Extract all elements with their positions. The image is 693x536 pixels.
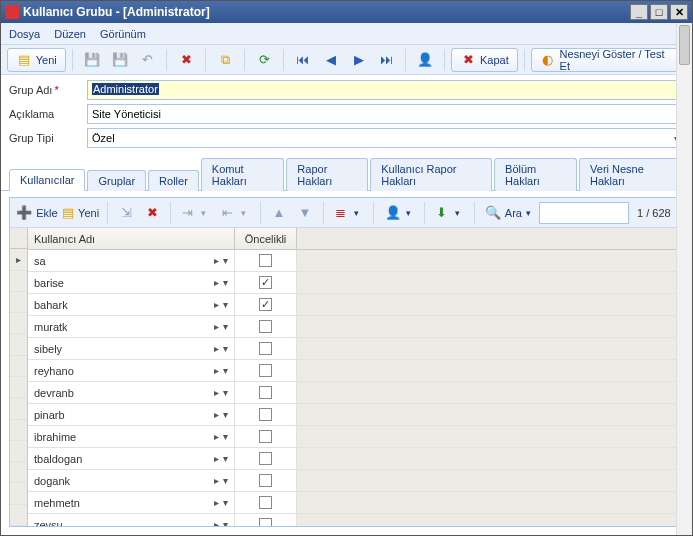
priority-checkbox[interactable]	[259, 320, 272, 333]
row-actions[interactable]: ▸▾	[214, 343, 228, 354]
cell-user[interactable]: reyhano▸▾	[28, 360, 235, 381]
inner-movedown-button[interactable]: ▼	[293, 201, 317, 225]
row-actions[interactable]: ▸▾	[214, 255, 228, 266]
chevron-down-icon[interactable]: ▾	[223, 277, 228, 288]
cell-user[interactable]: muratk▸▾	[28, 316, 235, 337]
type-select[interactable]: Özel ▾	[87, 128, 684, 148]
show-object-button[interactable]: ◐ Nesneyi Göster / Test Et	[531, 48, 686, 72]
row-actions[interactable]: ▸▾	[214, 453, 228, 464]
table-row[interactable]: bahark▸▾✓	[28, 294, 683, 316]
tab-kullanıcı-rapor-hakları[interactable]: Kullanıcı Rapor Hakları	[370, 158, 492, 191]
priority-checkbox[interactable]: ✓	[259, 276, 272, 289]
row-actions[interactable]: ▸▾	[214, 387, 228, 398]
inner-list-button[interactable]: ≣▾	[330, 201, 368, 225]
row-actions[interactable]: ▸▾	[214, 475, 228, 486]
table-row[interactable]: devranb▸▾	[28, 382, 683, 404]
row-actions[interactable]: ▸▾	[214, 321, 228, 332]
chevron-right-icon[interactable]: ▸	[214, 299, 219, 310]
row-actions[interactable]: ▸▾	[214, 431, 228, 442]
cell-priority[interactable]	[235, 448, 297, 469]
priority-checkbox[interactable]	[259, 430, 272, 443]
chevron-right-icon[interactable]: ▸	[214, 475, 219, 486]
chevron-down-icon[interactable]: ▾	[223, 321, 228, 332]
inner-search-button[interactable]: 🔍 Ara ▾	[481, 201, 535, 225]
inner-detach-button[interactable]: ⇲	[114, 201, 138, 225]
chevron-right-icon[interactable]: ▸	[214, 453, 219, 464]
menu-edit[interactable]: Düzen	[54, 28, 86, 40]
chevron-down-icon[interactable]: ▾	[223, 365, 228, 376]
save-button[interactable]: 💾	[79, 48, 105, 72]
table-row[interactable]: muratk▸▾	[28, 316, 683, 338]
chevron-down-icon[interactable]: ▾	[223, 453, 228, 464]
table-row[interactable]: sa▸▾	[28, 250, 683, 272]
chevron-right-icon[interactable]: ▸	[214, 409, 219, 420]
inner-indent-button[interactable]: ⇥▾	[177, 201, 215, 225]
cell-user[interactable]: ibrahime▸▾	[28, 426, 235, 447]
chevron-down-icon[interactable]: ▾	[223, 343, 228, 354]
chevron-right-icon[interactable]: ▸	[214, 365, 219, 376]
cell-priority[interactable]	[235, 316, 297, 337]
row-actions[interactable]: ▸▾	[214, 299, 228, 310]
chevron-down-icon[interactable]: ▾	[223, 497, 228, 508]
tab-veri-nesne-hakları[interactable]: Veri Nesne Hakları	[579, 158, 682, 191]
cell-priority[interactable]	[235, 404, 297, 425]
priority-checkbox[interactable]	[259, 474, 272, 487]
cell-user[interactable]: sa▸▾	[28, 250, 235, 271]
row-actions[interactable]: ▸▾	[214, 519, 228, 526]
table-row[interactable]: zeysu▸▾	[28, 514, 683, 526]
cell-priority[interactable]	[235, 382, 297, 403]
new-button[interactable]: ▤ Yeni	[7, 48, 66, 72]
priority-checkbox[interactable]	[259, 254, 272, 267]
desc-input[interactable]	[87, 104, 684, 124]
close-window-button[interactable]: ✕	[670, 4, 688, 20]
row-actions[interactable]: ▸▾	[214, 277, 228, 288]
inner-export-button[interactable]: ⬇▾	[431, 201, 469, 225]
cell-priority[interactable]	[235, 470, 297, 491]
row-actions[interactable]: ▸▾	[214, 497, 228, 508]
priority-checkbox[interactable]	[259, 496, 272, 509]
nav-prev-button[interactable]: ◀	[318, 48, 344, 72]
save-all-button[interactable]: 💾	[107, 48, 133, 72]
table-row[interactable]: mehmetn▸▾	[28, 492, 683, 514]
chevron-down-icon[interactable]: ▾	[223, 387, 228, 398]
chevron-down-icon[interactable]: ▾	[223, 431, 228, 442]
tab-komut-hakları[interactable]: Komut Hakları	[201, 158, 285, 191]
inner-new-button[interactable]: ▤ Yeni	[60, 201, 102, 225]
cell-user[interactable]: mehmetn▸▾	[28, 492, 235, 513]
user-button[interactable]: 👤	[412, 48, 438, 72]
search-input[interactable]	[539, 202, 629, 224]
chevron-right-icon[interactable]: ▸	[214, 277, 219, 288]
tab-gruplar[interactable]: Gruplar	[87, 170, 146, 191]
cell-user[interactable]: dogank▸▾	[28, 470, 235, 491]
chevron-down-icon[interactable]: ▾	[223, 255, 228, 266]
table-row[interactable]: ibrahime▸▾	[28, 426, 683, 448]
inner-add-button[interactable]: ➕ Ekle	[16, 201, 58, 225]
cell-user[interactable]: tbaldogan▸▾	[28, 448, 235, 469]
table-row[interactable]: sibely▸▾	[28, 338, 683, 360]
cell-priority[interactable]	[235, 338, 297, 359]
row-actions[interactable]: ▸▾	[214, 365, 228, 376]
refresh-button[interactable]: ⟳	[251, 48, 277, 72]
priority-checkbox[interactable]	[259, 342, 272, 355]
chevron-right-icon[interactable]: ▸	[214, 431, 219, 442]
priority-checkbox[interactable]	[259, 364, 272, 377]
cell-priority[interactable]	[235, 360, 297, 381]
vertical-scrollbar[interactable]	[676, 228, 683, 526]
cell-priority[interactable]	[235, 426, 297, 447]
table-row[interactable]: dogank▸▾	[28, 470, 683, 492]
cell-priority[interactable]: ✓	[235, 272, 297, 293]
priority-checkbox[interactable]	[259, 518, 272, 526]
chevron-right-icon[interactable]: ▸	[214, 497, 219, 508]
inner-moveup-button[interactable]: ▲	[267, 201, 291, 225]
chevron-right-icon[interactable]: ▸	[214, 255, 219, 266]
nav-first-button[interactable]: ⏮	[290, 48, 316, 72]
tab-rapor-hakları[interactable]: Rapor Hakları	[286, 158, 368, 191]
chevron-down-icon[interactable]: ▾	[223, 409, 228, 420]
maximize-button[interactable]: □	[650, 4, 668, 20]
menu-file[interactable]: Dosya	[9, 28, 40, 40]
cell-user[interactable]: zeysu▸▾	[28, 514, 235, 526]
close-button[interactable]: ✖ Kapat	[451, 48, 517, 72]
tab-roller[interactable]: Roller	[148, 170, 199, 191]
minimize-button[interactable]: _	[630, 4, 648, 20]
undo-button[interactable]: ↶	[134, 48, 160, 72]
